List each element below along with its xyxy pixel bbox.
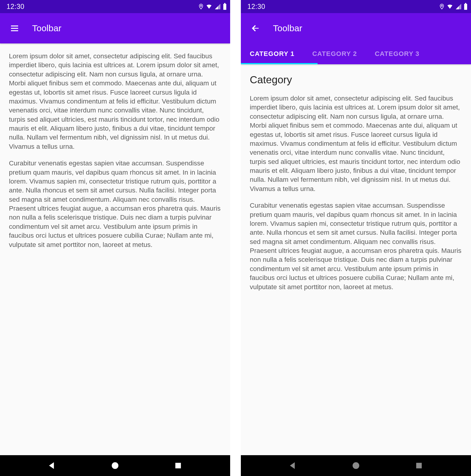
android-nav-bar <box>241 455 471 476</box>
content-area[interactable]: Category Lorem ipsum dolor sit amet, con… <box>241 64 471 455</box>
wifi-icon <box>446 3 454 10</box>
nav-back-button[interactable] <box>287 460 299 472</box>
battery-icon <box>222 3 227 10</box>
toolbar: Toolbar <box>241 13 471 43</box>
content-area[interactable]: Lorem ipsum dolor sit amet, consectetur … <box>0 43 230 455</box>
page-heading: Category <box>250 74 462 86</box>
svg-point-8 <box>441 5 442 6</box>
svg-rect-10 <box>465 3 466 4</box>
status-bar: 12:30 <box>241 0 471 13</box>
body-paragraph: Lorem ipsum dolor sit amet, consectetur … <box>250 94 462 193</box>
tab-category-1[interactable]: CATEGORY 1 <box>241 43 303 64</box>
svg-rect-1 <box>223 4 226 10</box>
svg-rect-2 <box>224 3 225 4</box>
tab-category-3[interactable]: CATEGORY 3 <box>366 43 428 64</box>
status-icons <box>439 3 468 10</box>
arrow-back-icon <box>251 24 260 33</box>
svg-rect-4 <box>11 28 18 29</box>
status-time: 12:30 <box>7 3 24 11</box>
back-button[interactable] <box>245 18 266 39</box>
svg-rect-12 <box>416 463 422 469</box>
svg-point-11 <box>353 462 359 469</box>
nav-home-button[interactable] <box>109 460 121 472</box>
svg-point-0 <box>200 5 202 6</box>
toolbar: Toolbar <box>0 13 230 43</box>
battery-icon <box>463 3 468 10</box>
toolbar-title: Toolbar <box>32 23 61 33</box>
svg-point-6 <box>112 462 119 469</box>
location-icon <box>198 3 204 10</box>
body-paragraph: Curabitur venenatis egestas sapien vitae… <box>9 159 221 249</box>
toolbar-title: Toolbar <box>273 23 302 33</box>
location-icon <box>439 3 445 10</box>
phone-screen-left: 12:30 Toolbar Lorem ipsum dolor sit amet… <box>0 0 230 476</box>
body-paragraph: Lorem ipsum dolor sit amet, consectetur … <box>9 52 221 151</box>
tab-bar: CATEGORY 1 CATEGORY 2 CATEGORY 3 <box>241 43 471 64</box>
tab-category-2[interactable]: CATEGORY 2 <box>303 43 366 64</box>
hamburger-menu-button[interactable] <box>4 18 25 39</box>
signal-icon <box>455 3 462 10</box>
status-time: 12:30 <box>247 3 265 11</box>
phone-screen-right: 12:30 Toolbar CATEGORY 1 CATEGORY 2 CATE… <box>241 0 471 476</box>
nav-back-button[interactable] <box>46 460 58 472</box>
hamburger-icon <box>10 24 19 33</box>
svg-rect-9 <box>464 4 467 10</box>
android-nav-bar <box>0 455 230 476</box>
signal-icon <box>214 3 221 10</box>
status-icons <box>198 3 227 10</box>
svg-rect-7 <box>175 463 181 469</box>
nav-recent-button[interactable] <box>413 460 425 472</box>
nav-home-button[interactable] <box>350 460 362 472</box>
svg-rect-3 <box>11 26 18 26</box>
nav-recent-button[interactable] <box>172 460 184 472</box>
svg-rect-5 <box>11 30 18 31</box>
body-paragraph: Curabitur venenatis egestas sapien vitae… <box>250 201 462 292</box>
tab-indicator <box>241 63 318 64</box>
status-bar: 12:30 <box>0 0 230 13</box>
wifi-icon <box>205 3 213 10</box>
